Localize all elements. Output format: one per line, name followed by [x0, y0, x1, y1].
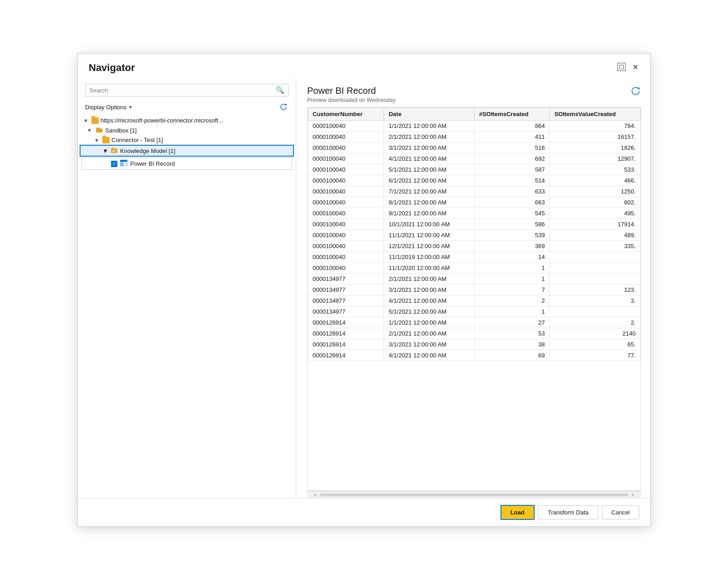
table-cell: 0000100040 — [308, 186, 384, 197]
table-row: 00001000408/1/2021 12:00:00 AM663602. — [308, 197, 641, 208]
table-cell: 1 — [474, 306, 549, 317]
table-row: 00001000402/1/2021 12:00:00 AM41116157. — [308, 132, 641, 142]
display-options-button[interactable]: Display Options ▼ — [85, 104, 133, 111]
left-panel: 🔍 Display Options ▼ ▼ — [78, 78, 296, 498]
svg-rect-0 — [96, 128, 102, 132]
table-cell — [550, 263, 641, 274]
table-cell: 586 — [474, 219, 549, 230]
table-cell: 1 — [474, 263, 549, 274]
tree-item-label: Connector - Test [1] — [111, 137, 292, 143]
table-cell: 65. — [550, 339, 641, 350]
tree-item-sandbox[interactable]: ▼ Sandbox [1] — [80, 125, 294, 135]
table-cell: 0000126914 — [308, 350, 384, 361]
table-cell: 2/1/2021 12:00:00 AM — [384, 328, 475, 339]
preview-subtitle: Preview downloaded on Wednesday — [307, 97, 395, 103]
expand-arrow-icon: ▼ — [94, 137, 101, 143]
scroll-track[interactable] — [320, 494, 628, 496]
table-cell: 3/1/2021 12:00:00 AM — [384, 142, 475, 153]
table-row: 00001000409/1/2021 12:00:00 AM545495. — [308, 208, 641, 219]
table-cell: 1/1/2021 12:00:00 AM — [384, 121, 475, 132]
table-cell: 8/1/2021 12:00:00 AM — [384, 197, 475, 208]
display-options-label: Display Options — [85, 104, 126, 111]
table-cell: 489. — [550, 230, 641, 241]
table-cell: 0000100040 — [308, 132, 384, 142]
table-row: 00001000405/1/2021 12:00:00 AM587533. — [308, 164, 641, 175]
table-cell: 0000100040 — [308, 142, 384, 153]
tree-item-label: Power BI Record — [130, 160, 288, 167]
table-row: 000010004010/1/2021 12:00:00 AM58617914. — [308, 219, 641, 230]
table-cell: 2140 — [550, 328, 641, 339]
table-row: 000010004012/1/2021 12:00:00 AM369335. — [308, 241, 641, 252]
transform-data-button[interactable]: Transform Data — [538, 505, 598, 519]
table-cell: 2 — [474, 295, 549, 306]
table-cell: 0000134977 — [308, 285, 384, 295]
table-cell: 0000100040 — [308, 208, 384, 219]
col-header-so-items-value: SOItemsValueCreated — [550, 108, 641, 121]
refresh-icon[interactable] — [278, 102, 288, 112]
table-row: 00001269143/1/2021 12:00:00 AM3865. — [308, 339, 641, 350]
scroll-left-icon[interactable]: ‹ — [314, 492, 316, 498]
cancel-button[interactable]: Cancel — [602, 505, 639, 519]
search-input[interactable] — [89, 87, 276, 94]
table-cell: 9/1/2021 12:00:00 AM — [384, 208, 475, 219]
preview-refresh-icon[interactable] — [630, 86, 641, 99]
minimize-button[interactable]: ☐ — [617, 63, 626, 71]
folder-icon — [91, 117, 99, 124]
tree-item-knowledge-model[interactable]: ▼ Knowledge Model [1] — [80, 145, 294, 157]
tree-item-label: https://microsoft-powerbi-connector.micr… — [101, 117, 292, 124]
expand-arrow-icon: ▼ — [83, 118, 90, 123]
table-cell: 864 — [474, 121, 549, 132]
data-table-container[interactable]: CustomerNumber Date #SOItemsCreated SOIt… — [307, 107, 641, 491]
connector-icon — [95, 127, 103, 134]
table-cell: 0000134977 — [308, 274, 384, 285]
checkbox-checked-icon[interactable] — [111, 161, 117, 167]
table-cell: 602. — [550, 197, 641, 208]
table-cell: 0000100040 — [308, 263, 384, 274]
table-cell: 1250. — [550, 186, 641, 197]
tree-item-root-url[interactable]: ▼ https://microsoft-powerbi-connector.mi… — [80, 116, 294, 125]
search-icon: 🔍 — [276, 86, 284, 94]
table-cell: 7/1/2021 12:00:00 AM — [384, 186, 475, 197]
preview-title-section: Power BI Record Preview downloaded on We… — [307, 86, 395, 103]
tree-item-power-bi-record[interactable]: Power BI Record — [81, 158, 292, 170]
tree-item-connector-test[interactable]: ▼ Connector - Test [1] — [80, 135, 294, 145]
table-row: 00001000403/1/2021 12:00:00 AM5161826. — [308, 142, 641, 153]
table-cell: 663 — [474, 197, 549, 208]
table-cell: 5/1/2021 12:00:00 AM — [384, 306, 475, 317]
title-bar: Navigator ☐ ✕ — [78, 54, 650, 74]
table-cell: 4/1/2021 12:00:00 AM — [384, 153, 475, 164]
svg-rect-1 — [97, 127, 99, 129]
col-header-date: Date — [384, 108, 475, 121]
table-cell: 784. — [550, 121, 641, 132]
svg-rect-3 — [112, 148, 114, 149]
tree-item-label: Sandbox [1] — [105, 127, 292, 134]
table-cell: 6/1/2021 12:00:00 AM — [384, 175, 475, 186]
table-cell: 4/1/2021 12:00:00 AM — [384, 350, 475, 361]
expand-arrow-icon: ▼ — [102, 148, 108, 154]
load-button[interactable]: Load — [500, 505, 535, 520]
table-cell: 10/1/2021 12:00:00 AM — [384, 219, 475, 230]
table-row: 000010004011/1/2019 12:00:00 AM14 — [308, 252, 641, 263]
table-cell: 27 — [474, 317, 549, 328]
table-cell: 1 — [474, 274, 549, 285]
close-button[interactable]: ✕ — [631, 63, 639, 71]
table-cell: 5/1/2021 12:00:00 AM — [384, 164, 475, 175]
table-cell: 14 — [474, 252, 549, 263]
table-cell: 53 — [474, 328, 549, 339]
right-panel: Power BI Record Preview downloaded on We… — [296, 78, 650, 498]
table-cell: 16157. — [550, 132, 641, 142]
table-cell: 4/1/2021 12:00:00 AM — [384, 295, 475, 306]
data-table: CustomerNumber Date #SOItemsCreated SOIt… — [308, 107, 641, 361]
table-cell: 2/1/2021 12:00:00 AM — [384, 132, 475, 142]
table-row: 00001000407/1/2021 12:00:00 AM6331250. — [308, 186, 641, 197]
table-cell: 0000100040 — [308, 197, 384, 208]
content-area: 🔍 Display Options ▼ ▼ — [78, 78, 650, 498]
table-cell: 466. — [550, 175, 641, 186]
table-cell: 545 — [474, 208, 549, 219]
window-title: Navigator — [89, 62, 135, 74]
scroll-right-icon[interactable]: › — [632, 492, 634, 498]
table-cell: 0000100040 — [308, 230, 384, 241]
table-cell: 7 — [474, 285, 549, 295]
table-cell: 11/1/2019 12:00:00 AM — [384, 252, 475, 263]
preview-title: Power BI Record — [307, 86, 395, 96]
